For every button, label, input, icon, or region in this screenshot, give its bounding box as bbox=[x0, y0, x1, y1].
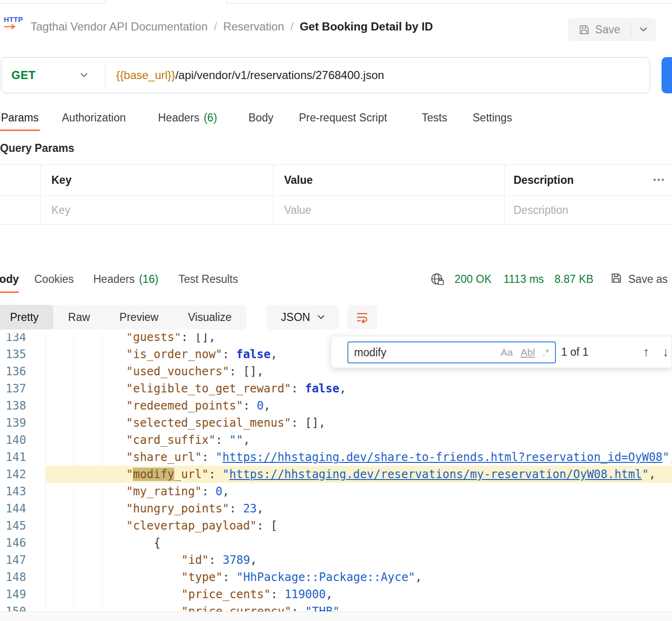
horizontal-scrollbar[interactable] bbox=[0, 611, 672, 621]
token: , bbox=[222, 485, 229, 498]
column-header-value: Value bbox=[284, 165, 313, 195]
line-number: 134 bbox=[0, 333, 26, 346]
save-response-button[interactable]: Save as bbox=[628, 266, 668, 292]
response-body-editor[interactable]: 134"guests": [],135"is_order_now": false… bbox=[0, 333, 672, 611]
line-number: 140 bbox=[0, 431, 26, 449]
tab-headers[interactable]: Headers(6) bbox=[158, 106, 217, 130]
code-text: "eligible_to_get_reward": false, bbox=[126, 380, 346, 397]
tab-pre-request-script[interactable]: Pre-request Script bbox=[299, 106, 387, 130]
json-link[interactable]: https://hhstaging.dev/reservations/my-re… bbox=[229, 468, 642, 481]
breadcrumb-separator: / bbox=[214, 20, 217, 33]
query-params-table: Key Value Description Key Value Descript… bbox=[0, 164, 672, 225]
token: , bbox=[649, 468, 655, 481]
line-number: 147 bbox=[0, 551, 26, 569]
regex-toggle[interactable]: .* bbox=[543, 347, 549, 358]
json-link[interactable]: https://hhstaging.dev/share-to-friends.h… bbox=[222, 451, 662, 464]
token: : bbox=[222, 348, 236, 361]
param-value-input[interactable]: Value bbox=[284, 196, 311, 224]
tab-body[interactable]: Body bbox=[248, 106, 273, 130]
view-pretty[interactable]: Pretty bbox=[0, 305, 53, 330]
save-options-button[interactable] bbox=[631, 18, 656, 41]
format-label: JSON bbox=[281, 311, 310, 324]
line-number: 141 bbox=[0, 449, 26, 466]
tab-params[interactable]: Params bbox=[1, 106, 39, 130]
code-text: "type": "HhPackage::Package::Ayce", bbox=[181, 569, 422, 586]
response-time: 1113 ms bbox=[504, 266, 544, 292]
token: , bbox=[415, 571, 422, 584]
breadcrumb-collection[interactable]: Tagthai Vendor API Documentation bbox=[30, 20, 208, 33]
divider bbox=[105, 62, 105, 88]
table-options-icon[interactable]: ••• bbox=[653, 165, 665, 195]
match-case-toggle[interactable]: Aa bbox=[501, 347, 513, 358]
format-select[interactable]: JSON bbox=[267, 305, 339, 330]
token: " bbox=[216, 451, 222, 464]
code-text: "price_cents": 119000, bbox=[181, 586, 333, 603]
line-number: 137 bbox=[0, 380, 26, 397]
view-preview[interactable]: Preview bbox=[105, 305, 173, 330]
line-number: 145 bbox=[0, 517, 26, 534]
tab-authorization[interactable]: Authorization bbox=[62, 106, 126, 130]
code-line-139: 139"selected_special_menus": [], bbox=[0, 414, 672, 431]
active-tab-indicator bbox=[0, 291, 19, 293]
tab-label: Headers bbox=[93, 273, 135, 285]
table-border bbox=[40, 165, 41, 224]
token: , bbox=[326, 588, 332, 601]
response-tab-headers[interactable]: Headers(16) bbox=[93, 266, 158, 292]
line-number: 135 bbox=[0, 346, 26, 363]
search-input[interactable]: modify Aa Abl .* bbox=[347, 341, 556, 363]
chevron-down-icon bbox=[80, 73, 88, 78]
token: : bbox=[257, 519, 271, 532]
token: 119000 bbox=[285, 588, 326, 601]
whole-word-toggle[interactable]: Abl bbox=[521, 347, 535, 358]
breadcrumb-request-name[interactable]: Get Booking Detail by ID bbox=[300, 20, 433, 33]
wrap-lines-button[interactable] bbox=[347, 305, 377, 330]
url-input[interactable]: {{base_url}}/api/vendor/v1/reservations/… bbox=[116, 57, 643, 93]
token: "redeemed_points" bbox=[126, 399, 243, 412]
token: 0 bbox=[257, 399, 264, 412]
token: [ bbox=[270, 519, 277, 532]
code-text: "my_rating": 0, bbox=[126, 483, 229, 500]
search-query: modify bbox=[354, 346, 493, 359]
code-text: "clevertap_payload": [ bbox=[126, 517, 277, 534]
breadcrumb: Tagthai Vendor API Documentation / Reser… bbox=[30, 4, 433, 50]
view-switcher: Pretty Raw Preview Visualize bbox=[0, 305, 247, 330]
code-line-138: 138"redeemed_points": 0, bbox=[0, 397, 672, 414]
token: : bbox=[209, 553, 223, 567]
token: "price_currency" bbox=[181, 605, 291, 611]
token: : bbox=[208, 468, 222, 481]
network-info-icon[interactable] bbox=[430, 272, 445, 287]
token: _url" bbox=[174, 468, 208, 481]
line-number: 138 bbox=[0, 397, 26, 414]
param-key-input[interactable]: Key bbox=[51, 196, 70, 224]
column-header-description: Description bbox=[514, 165, 574, 195]
view-visualize[interactable]: Visualize bbox=[173, 305, 247, 330]
response-tab-cookies[interactable]: Cookies bbox=[34, 266, 74, 292]
code-text: "selected_special_menus": [], bbox=[126, 414, 326, 431]
code-line-149: 149"price_cents": 119000, bbox=[0, 586, 672, 603]
save-response-icon bbox=[610, 272, 623, 284]
http-request-icon: HTTP bbox=[4, 15, 27, 37]
method-select[interactable]: GET bbox=[11, 57, 88, 93]
param-description-input[interactable]: Description bbox=[514, 196, 568, 224]
code-text: "guests": [], bbox=[126, 333, 216, 346]
token: 23 bbox=[243, 502, 257, 515]
tab-settings[interactable]: Settings bbox=[473, 106, 512, 130]
tab-tests[interactable]: Tests bbox=[422, 106, 447, 130]
token: : bbox=[202, 485, 216, 498]
breadcrumb-folder[interactable]: Reservation bbox=[223, 20, 284, 33]
token: "THB" bbox=[305, 605, 339, 611]
code-lines: 134"guests": [],135"is_order_now": false… bbox=[0, 333, 672, 611]
token: , bbox=[257, 502, 264, 515]
view-raw[interactable]: Raw bbox=[53, 305, 105, 330]
code-line-137: 137"eligible_to_get_reward": false, bbox=[0, 380, 672, 397]
token: "type" bbox=[181, 571, 223, 584]
send-button[interactable] bbox=[662, 57, 672, 93]
save-button[interactable]: Save bbox=[568, 18, 631, 41]
token: "guests" bbox=[126, 333, 181, 344]
line-number: 139 bbox=[0, 414, 26, 431]
next-match-button[interactable]: ↓ bbox=[662, 336, 669, 368]
previous-match-button[interactable]: ↑ bbox=[643, 336, 650, 368]
token: "price_cents" bbox=[181, 588, 271, 601]
response-tab-body[interactable]: Body bbox=[0, 266, 19, 292]
response-tab-test-results[interactable]: Test Results bbox=[178, 266, 238, 292]
